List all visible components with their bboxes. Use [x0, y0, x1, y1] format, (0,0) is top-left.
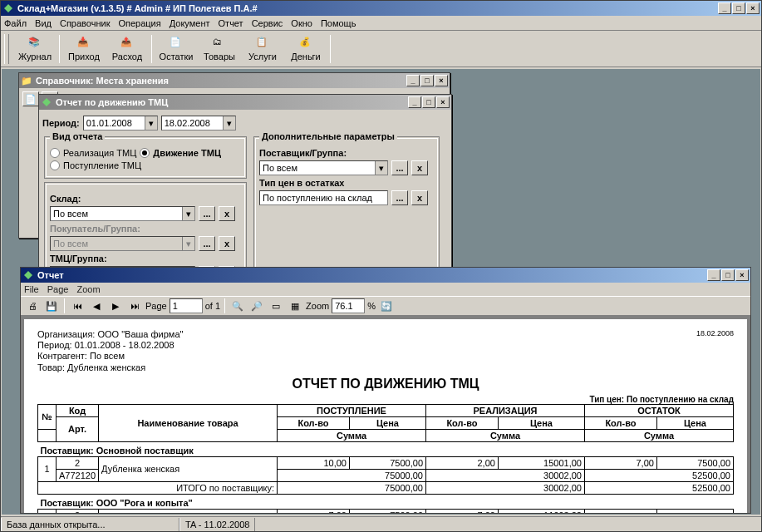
sprav-minimize-button[interactable]: _ [406, 75, 420, 86]
zoom-label: Zoom [306, 301, 329, 311]
main-maximize-button[interactable]: □ [732, 2, 745, 14]
menu-help[interactable]: Помощь [321, 18, 356, 28]
chevron-down-icon[interactable]: ▾ [145, 116, 157, 130]
report-paper: Организация: ООО "Ваша фирма" Период: 01… [24, 319, 747, 513]
date-from-input[interactable]: 01.01.2008▾ [83, 116, 158, 131]
stock-icon: 📄 [170, 37, 183, 50]
menu-oper[interactable]: Операция [118, 18, 160, 28]
report-type-group: Вид отчета Реализация ТМЦ Движение ТМЦ П… [44, 136, 247, 179]
sklad-clear-button[interactable]: x [219, 206, 235, 221]
pricetype-input[interactable]: По поступлению на склад [259, 190, 388, 205]
params-maximize-button[interactable]: □ [422, 96, 435, 108]
sklad-input[interactable]: По всем▾ [50, 206, 195, 221]
menu-view[interactable]: Вид [35, 18, 52, 28]
chevron-down-icon[interactable]: ▾ [223, 116, 235, 130]
report-minimize-button[interactable]: _ [707, 269, 720, 281]
journal-icon: 📚 [28, 37, 42, 50]
pricetype-browse-button[interactable]: ... [391, 190, 408, 205]
rpt-date: 18.02.2008 [696, 329, 734, 373]
zoom-pct: % [367, 301, 376, 311]
save-button[interactable]: 💾 [43, 298, 60, 314]
diamond-icon [22, 269, 34, 281]
radio-realizaciya[interactable]: Реализация ТМЦ [50, 148, 136, 158]
toolbar-prihod[interactable]: 📥Приход [63, 33, 105, 65]
menu-doc[interactable]: Документ [170, 18, 210, 28]
menu-file[interactable]: Файл [4, 18, 27, 28]
rpt-pricetype: Тип цен: По поступлению на склад [37, 395, 734, 404]
radio-dvizhenie[interactable]: Движение ТМЦ [140, 148, 221, 158]
postav-input[interactable]: По всем▾ [259, 160, 388, 175]
main-window: Склад+Магазин (v.1.3.5) # Admin # ИП Пол… [0, 0, 762, 532]
report-type-legend: Вид отчета [50, 131, 105, 141]
sklad-browse-button[interactable]: ... [199, 206, 215, 221]
services-icon: 📋 [256, 37, 269, 50]
report-titlebar[interactable]: Отчет _ □ × [21, 268, 750, 283]
report-params-window[interactable]: Отчет по движению ТМЦ _ □ × Период: 01.0… [38, 94, 452, 277]
zoom-fit-button[interactable]: ▭ [268, 298, 284, 314]
menu-service[interactable]: Сервис [252, 18, 283, 28]
postav-browse-button[interactable]: ... [391, 160, 408, 175]
report-menu-file[interactable]: File [24, 284, 39, 294]
toolbar-journal[interactable]: 📚Журнал [14, 33, 56, 65]
report-table: № Код Наименование товара ПОСТУПЛЕНИЕ РЕ… [37, 404, 734, 513]
report-title: Отчет [37, 270, 707, 280]
report-preview-window[interactable]: Отчет _ □ × File Page Zoom 🖨 💾 ⏮ ◀ ▶ ⏭ [20, 267, 751, 514]
main-minimize-button[interactable]: _ [718, 2, 731, 14]
print-button[interactable]: 🖨 [24, 298, 41, 314]
pokup-browse-button: ... [199, 236, 215, 251]
report-close-button[interactable]: × [735, 269, 749, 281]
page-input[interactable] [170, 298, 203, 313]
zoom-input[interactable] [332, 298, 365, 313]
menu-sprav[interactable]: Справочник [60, 18, 111, 28]
first-page-button[interactable]: ⏮ [69, 298, 86, 314]
page-of: of 1 [205, 301, 220, 311]
toolbar-tovary[interactable]: 🗂Товары [199, 33, 240, 65]
sprav-new-button[interactable]: 📄 [22, 91, 39, 106]
sprav-titlebar[interactable]: 📁 Справочник: Места хранения _ □ × [19, 73, 450, 88]
report-body[interactable]: Организация: ООО "Ваша фирма" Период: 01… [21, 316, 750, 513]
sprav-maximize-button[interactable]: □ [420, 75, 434, 86]
rpt-period: Период: 01.01.2008 - 18.02.2008 [37, 340, 183, 351]
toolbar-money[interactable]: 💰Деньги [285, 33, 327, 65]
folder-icon: 📁 [21, 75, 32, 86]
menu-window[interactable]: Окно [291, 18, 312, 28]
params-minimize-button[interactable]: _ [408, 96, 421, 108]
refresh-button[interactable]: 🔄 [378, 298, 395, 314]
radio-postuplenie[interactable]: Поступление ТМЦ [50, 160, 141, 170]
report-params-titlebar[interactable]: Отчет по движению ТМЦ _ □ × [39, 95, 451, 110]
main-close-button[interactable]: × [746, 2, 760, 14]
chevron-down-icon[interactable]: ▾ [375, 161, 387, 175]
rpt-main-title: ОТЧЕТ ПО ДВИЖЕНИЮ ТМЦ [37, 377, 734, 392]
toolbar-uslugi[interactable]: 📋Услуги [242, 33, 283, 65]
svg-marker-2 [24, 271, 32, 279]
svg-marker-1 [42, 98, 51, 106]
money-icon: 💰 [299, 37, 312, 50]
sprav-close-button[interactable]: × [435, 75, 448, 86]
status-db: База данных открыта... [1, 518, 179, 531]
pokup-clear-button: x [219, 236, 235, 251]
toolbar-rashod[interactable]: 📤Расход [106, 33, 148, 65]
menu-report[interactable]: Отчет [219, 18, 243, 28]
report-menu-zoom[interactable]: Zoom [76, 284, 100, 294]
main-titlebar[interactable]: Склад+Магазин (v.1.3.5) # Admin # ИП Пол… [1, 1, 761, 16]
params-close-button[interactable]: × [436, 96, 450, 108]
report-toolbar: 🖨 💾 ⏮ ◀ ▶ ⏭ Page of 1 🔍 🔎 ▭ ▦ Zoom % 🔄 [21, 296, 750, 316]
zoom-page-button[interactable]: ▦ [287, 298, 303, 314]
period-label: Период: [42, 118, 80, 128]
statusbar: База данных открыта... TA - 11.02.2008 [1, 516, 761, 531]
chevron-down-icon[interactable]: ▾ [182, 207, 194, 220]
zoom-out-button[interactable]: 🔎 [248, 298, 265, 314]
app-icon [2, 2, 14, 14]
pricetype-clear-button[interactable]: x [411, 190, 428, 205]
report-maximize-button[interactable]: □ [721, 269, 735, 281]
main-toolbar: 📚Журнал 📥Приход 📤Расход 📄Остатки 🗂Товары… [1, 31, 761, 67]
last-page-button[interactable]: ⏭ [126, 298, 143, 314]
date-to-input[interactable]: 18.02.2008▾ [161, 116, 236, 131]
toolbar-ostatki[interactable]: 📄Остатки [155, 33, 197, 65]
report-menu-page[interactable]: Page [47, 284, 69, 294]
postav-clear-button[interactable]: x [411, 160, 428, 175]
prev-page-button[interactable]: ◀ [88, 298, 105, 314]
mdi-area: 📁 Справочник: Места хранения _ □ × 📄 ✎ О… [2, 69, 760, 515]
next-page-button[interactable]: ▶ [107, 298, 124, 314]
zoom-in-button[interactable]: 🔍 [229, 298, 246, 314]
